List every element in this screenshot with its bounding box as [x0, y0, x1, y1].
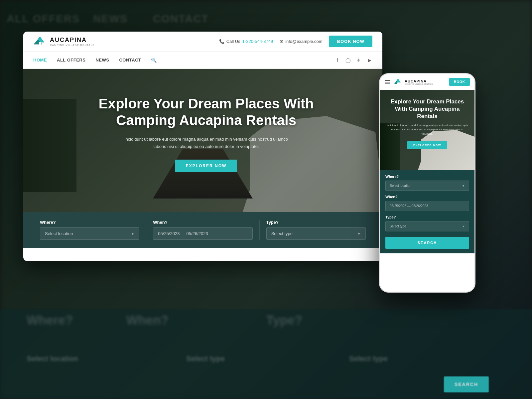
- search-bar: Where? Select location ▼ When? 05/25/202…: [23, 212, 382, 248]
- bg-select-type-1: Select type: [186, 354, 225, 363]
- type-label: Type?: [266, 220, 366, 225]
- date-value: 05/25/2023 — 05/26/2023: [158, 231, 208, 236]
- hero-content: Explore Your Dream Places With Camping A…: [23, 69, 382, 172]
- email-address: info@example.com: [285, 39, 322, 44]
- bg-when-label: When?: [126, 313, 169, 328]
- phone-hero-title: Explore Your Dream Places With Camping A…: [385, 98, 469, 120]
- phone-icon: 📞: [219, 39, 224, 44]
- phone-mockup: AUCAPINA CAMPING VEHICLE RENTALS BOOK Ex…: [379, 73, 475, 293]
- nav-home[interactable]: HOME: [33, 58, 47, 63]
- youtube-icon[interactable]: ▶: [366, 57, 372, 63]
- bg-select-type-2: Select type: [349, 354, 388, 363]
- type-chevron-icon: ▼: [357, 232, 361, 236]
- logo-subtitle: CAMPING VILLAGE RENTALS: [50, 44, 94, 47]
- hero-section: Explore Your Dream Places With Camping A…: [23, 69, 382, 212]
- email-icon: ✉: [280, 39, 283, 44]
- phone-location-chevron-icon: ▼: [462, 184, 465, 188]
- svg-rect-6: [397, 82, 399, 84]
- hero-subtitle: Incididunt ut labore eut dolore magna al…: [120, 136, 293, 150]
- phone-type-placeholder: Select type: [390, 224, 406, 228]
- svg-rect-2: [39, 42, 41, 45]
- bg-type-label: Type?: [266, 313, 302, 328]
- phone-type-select[interactable]: Select type ▼: [385, 221, 469, 231]
- instagram-icon[interactable]: ◯: [345, 57, 351, 63]
- where-label: Where?: [40, 220, 139, 225]
- phone-type-chevron-icon: ▼: [462, 225, 465, 228]
- call-label: Call Us: [226, 39, 240, 44]
- top-bar: AUCAPINA CAMPING VILLAGE RENTALS 📞 Call …: [23, 32, 382, 52]
- date-input[interactable]: 05/25/2023 — 05/26/2023: [153, 227, 252, 240]
- logo-icon: [33, 35, 47, 48]
- logo-area: AUCAPINA CAMPING VILLAGE RENTALS: [33, 35, 94, 48]
- phone-location-select[interactable]: Select location ▼: [385, 181, 469, 191]
- phone-date-value: 05/25/2023 — 05/26/2023: [390, 204, 428, 208]
- phone-logo-area: AUCAPINA CAMPING VEHICLE RENTALS: [393, 77, 433, 87]
- phone-hero: Explore Your Dream Places With Camping A…: [380, 90, 474, 170]
- phone-logo-icon: [393, 77, 403, 87]
- email-info: ✉ info@example.com: [280, 39, 322, 44]
- svg-point-3: [39, 36, 41, 37]
- search-icon[interactable]: 🔍: [151, 58, 157, 63]
- facebook-icon[interactable]: f: [334, 57, 340, 63]
- location-placeholder: Select location: [45, 231, 73, 236]
- logo-title: AUCAPINA: [50, 37, 94, 44]
- where-field: Where? Select location ▼: [33, 220, 146, 240]
- phone-logo-text-area: AUCAPINA CAMPING VEHICLE RENTALS: [405, 79, 433, 85]
- phone-hero-content: Explore Your Dream Places With Camping A…: [380, 90, 474, 155]
- bg-select-location: Select location: [27, 354, 78, 363]
- phone-explorer-now-button[interactable]: EXPLORER NOW: [407, 141, 447, 149]
- hamburger-menu[interactable]: [385, 80, 390, 84]
- book-now-button[interactable]: BOOK NOW: [329, 36, 372, 47]
- location-chevron-icon: ▼: [131, 232, 134, 236]
- phone-number[interactable]: 1-320-544-8749: [242, 39, 273, 44]
- explorer-now-button[interactable]: EXPLORER NOW: [175, 160, 237, 172]
- top-bar-right: 📞 Call Us 1-320-544-8749 ✉ info@example.…: [219, 36, 372, 47]
- phone-logo-subtitle: CAMPING VEHICLE RENTALS: [405, 83, 433, 85]
- nav-all-offers[interactable]: ALL OFFERS: [57, 58, 85, 63]
- location-select[interactable]: Select location ▼: [40, 227, 139, 240]
- phone-top-bar: AUCAPINA CAMPING VEHICLE RENTALS BOOK: [380, 74, 474, 90]
- telegram-icon[interactable]: ✈: [356, 57, 362, 63]
- nav-news[interactable]: NEWS: [95, 58, 109, 63]
- phone-date-input[interactable]: 05/25/2023 — 05/26/2023: [385, 201, 469, 211]
- phone-logo-title: AUCAPINA: [405, 79, 433, 83]
- call-info: 📞 Call Us 1-320-544-8749: [219, 39, 273, 44]
- bg-where-label: Where?: [27, 313, 73, 328]
- browser-window: AUCAPINA CAMPING VILLAGE RENTALS 📞 Call …: [23, 32, 382, 261]
- hero-title: Explore Your Dream Places With Camping A…: [70, 95, 342, 129]
- nav-bar: HOME ALL OFFERS NEWS CONTACT 🔍 f ◯ ✈ ▶: [23, 52, 382, 69]
- phone-when-label: When?: [385, 195, 469, 199]
- phone-where-label: Where?: [385, 175, 469, 179]
- type-placeholder: Select type: [271, 231, 293, 236]
- phone-search-button[interactable]: SEARCH: [385, 237, 469, 249]
- phone-location-placeholder: Select location: [390, 184, 411, 188]
- phone-search-section: Where? Select location ▼ When? 05/25/202…: [380, 170, 474, 253]
- type-select[interactable]: Select type ▼: [266, 227, 366, 240]
- logo-text: AUCAPINA CAMPING VILLAGE RENTALS: [50, 37, 94, 47]
- type-field: Type? Select type ▼: [260, 220, 372, 240]
- bg-search-button: SEARCH: [444, 376, 489, 392]
- bg-nav-contact: CONTACT: [153, 13, 209, 25]
- bg-nav-offers: ALL OFFERS: [7, 13, 80, 25]
- phone-type-label: Type?: [385, 215, 469, 219]
- nav-contact[interactable]: CONTACT: [119, 58, 141, 63]
- phone-book-button[interactable]: BOOK: [449, 78, 470, 86]
- when-field: When? 05/25/2023 — 05/26/2023: [146, 220, 259, 240]
- when-label: When?: [153, 220, 252, 225]
- nav-social: f ◯ ✈ ▶: [334, 57, 372, 63]
- phone-hero-subtitle: Incididunt ut labore eut dolore magna al…: [385, 123, 469, 136]
- bg-nav-news: NEWS: [93, 13, 128, 25]
